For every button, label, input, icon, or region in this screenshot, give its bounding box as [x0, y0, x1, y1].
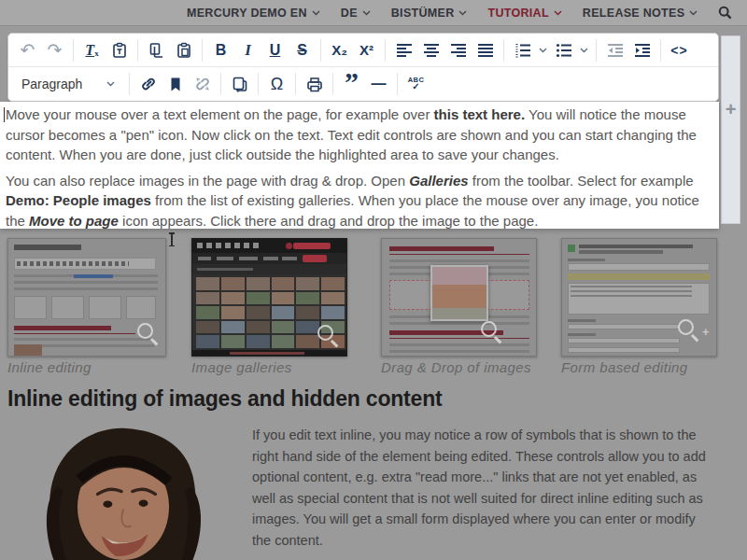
paragraph-format-select[interactable]: Paragraph — [14, 70, 124, 98]
align-center-button[interactable] — [417, 36, 444, 64]
face-thumbnail[interactable] — [247, 335, 270, 348]
toolbar-separator — [202, 39, 203, 62]
gallery-thumbnail-drag-drop[interactable] — [381, 238, 537, 357]
unlink-icon — [194, 76, 211, 92]
clear-formatting-button[interactable]: Tx — [78, 36, 106, 64]
subscript-button[interactable]: X₂ — [326, 36, 353, 64]
nav-item-tutorial[interactable]: TUTORIAL — [487, 7, 561, 20]
face-thumbnail[interactable] — [321, 306, 345, 319]
section-body: If you edit text inline, you may notice … — [252, 425, 712, 560]
numbered-list-button[interactable] — [509, 36, 536, 64]
face-thumbnail[interactable] — [272, 335, 295, 348]
face-thumbnail[interactable] — [296, 335, 319, 348]
numbered-list-icon — [514, 43, 531, 58]
face-thumbnail[interactable] — [272, 321, 295, 334]
search-button[interactable] — [718, 6, 732, 20]
printer-icon — [306, 77, 323, 92]
clear-formatting-icon: Tx — [85, 42, 98, 59]
magnifier-icon[interactable] — [137, 323, 153, 339]
align-left-button[interactable] — [390, 36, 417, 64]
magnifier-icon[interactable] — [678, 319, 694, 335]
nav-item-release-notes[interactable]: RELEASE NOTES — [583, 7, 698, 20]
face-thumbnail[interactable] — [272, 306, 295, 319]
align-center-icon — [423, 43, 440, 58]
select-all-button[interactable] — [226, 70, 253, 98]
bold-button[interactable]: B — [207, 36, 234, 64]
blockquote-button[interactable]: ” — [338, 70, 365, 98]
face-thumbnail[interactable] — [247, 321, 270, 334]
face-thumbnail[interactable] — [196, 306, 219, 319]
face-thumbnail[interactable] — [296, 277, 319, 290]
paste-as-text-button[interactable] — [106, 36, 133, 64]
bullet-list-button[interactable] — [550, 36, 577, 64]
special-character-button[interactable]: Ω — [263, 70, 290, 98]
copy-icon — [148, 42, 165, 59]
increase-indent-icon — [634, 43, 651, 58]
magnifier-icon[interactable] — [317, 325, 333, 341]
print-button[interactable] — [301, 70, 328, 98]
gallery-thumbnail-inline-editing[interactable] — [7, 238, 166, 357]
add-content-strip[interactable]: + — [721, 35, 740, 224]
magnifier-icon[interactable] — [481, 321, 497, 337]
face-thumbnail[interactable] — [321, 277, 345, 290]
toolbar-separator — [220, 73, 221, 95]
face-thumbnail[interactable] — [321, 292, 345, 305]
italic-button[interactable]: I — [234, 36, 261, 64]
nav-item-label: TUTORIAL — [487, 7, 548, 20]
insert-link-button[interactable] — [134, 70, 162, 98]
toolbar-row-2: Paragraph — [8, 67, 718, 101]
source-code-icon: <> — [670, 44, 687, 57]
face-thumbnail[interactable] — [221, 321, 245, 334]
chevron-down-icon — [362, 10, 371, 16]
face-thumbnail[interactable] — [221, 277, 245, 290]
face-thumbnail[interactable] — [196, 292, 219, 305]
strikethrough-button[interactable]: S — [289, 36, 316, 64]
gallery-thumbnail-form-editing[interactable]: + — [561, 238, 717, 357]
face-thumbnail[interactable] — [272, 292, 295, 305]
bookmark-icon — [169, 77, 182, 92]
face-thumbnail[interactable] — [196, 335, 219, 348]
source-code-button[interactable]: <> — [666, 36, 693, 64]
undo-button[interactable]: ↶ — [14, 36, 41, 64]
face-thumbnail[interactable] — [196, 277, 219, 290]
copy-button[interactable] — [143, 36, 170, 64]
search-icon — [718, 6, 732, 20]
i-beam-cursor — [169, 232, 175, 246]
justify-button[interactable] — [472, 36, 499, 64]
face-thumbnail[interactable] — [221, 306, 245, 319]
thumbnail-caption: Image galleries — [191, 359, 292, 375]
paste-button[interactable] — [170, 36, 197, 64]
numbered-list-menu-button[interactable] — [536, 36, 550, 64]
face-thumbnail[interactable] — [247, 306, 270, 319]
spellcheck-button[interactable]: ABC ✓ — [402, 70, 430, 98]
nav-item-bistuemer[interactable]: BISTÜMER — [391, 7, 468, 20]
bullet-list-menu-button[interactable] — [577, 36, 591, 64]
nav-item-label: BISTÜMER — [391, 7, 455, 20]
face-thumbnail[interactable] — [247, 292, 270, 305]
face-thumbnail[interactable] — [196, 321, 219, 334]
face-thumbnail[interactable] — [296, 321, 319, 334]
redo-button[interactable]: ↷ — [41, 36, 68, 64]
superscript-button[interactable]: X² — [353, 36, 380, 64]
face-thumbnail[interactable] — [296, 306, 319, 319]
inline-text-editor[interactable]: Move your mouse over a text element on t… — [0, 102, 719, 229]
blockquote-icon: ” — [345, 77, 359, 91]
horizontal-rule-button[interactable]: — — [365, 70, 392, 98]
anchor-button[interactable] — [162, 70, 189, 98]
decrease-indent-button[interactable] — [601, 36, 628, 64]
face-thumbnail[interactable] — [272, 277, 295, 290]
face-thumbnail[interactable] — [296, 292, 319, 305]
toolbar-separator — [73, 39, 74, 62]
face-thumbnail[interactable] — [221, 292, 245, 305]
underline-button[interactable]: U — [261, 36, 289, 64]
face-thumbnail[interactable] — [221, 335, 245, 348]
face-thumbnail[interactable] — [247, 277, 270, 290]
gallery-thumbnail-image-galleries[interactable] — [191, 238, 347, 357]
strikethrough-icon: S — [297, 43, 307, 58]
superscript-icon: X² — [359, 43, 374, 57]
remove-link-button[interactable] — [189, 70, 216, 98]
nav-item-de[interactable]: DE — [341, 7, 371, 20]
nav-item-mercury-demo-en[interactable]: MERCURY DEMO EN — [187, 7, 320, 20]
align-right-button[interactable] — [444, 36, 472, 64]
increase-indent-button[interactable] — [628, 36, 655, 64]
